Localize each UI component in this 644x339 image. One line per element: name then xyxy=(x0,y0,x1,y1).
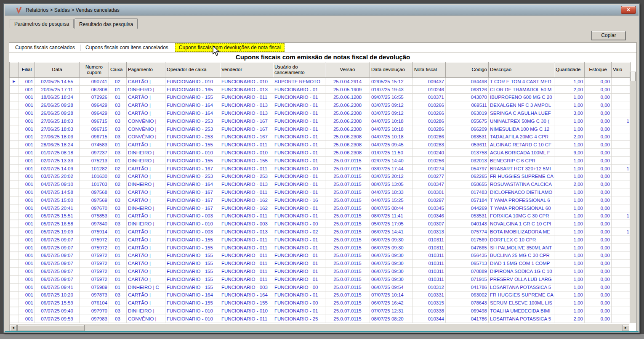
cell-vendedor[interactable]: FUNCIONARIO - 013 xyxy=(220,180,273,188)
cell-numero_cupom[interactable]: 097237 xyxy=(80,149,109,157)
cell-operador[interactable]: FUNCIONARIO - 164 xyxy=(165,109,220,117)
cell-filial[interactable]: 001 xyxy=(19,275,35,283)
cell-usuario_cancelamento[interactable]: FUNCIONARIO - 00 xyxy=(273,220,325,228)
cell-codigo[interactable]: 053531 xyxy=(446,212,489,220)
header-pagamento[interactable]: Pagamento xyxy=(127,62,165,78)
cell-valor[interactable] xyxy=(612,260,631,267)
row-indicator[interactable] xyxy=(10,125,19,133)
cell-operador[interactable]: FUNCIONARIO - 165 xyxy=(165,85,220,93)
cell-descricao[interactable]: T YAMA PROFISSIONAL 60 xyxy=(489,204,554,212)
cell-caixa[interactable]: 03 xyxy=(109,291,127,299)
cell-quantidade[interactable]: 1,00 xyxy=(554,196,585,204)
cell-codigo[interactable]: 047665 xyxy=(446,244,489,252)
cell-descricao[interactable]: CLOR DE TRAMADOL 50 M xyxy=(489,85,554,93)
cell-data[interactable]: 06/07/25 09:07 xyxy=(35,267,80,275)
cell-descricao[interactable]: T YAMA PROFESSIONAL 6 xyxy=(489,196,554,204)
cell-numero_cupom[interactable]: 067808 xyxy=(80,85,109,93)
cell-versao[interactable]: 25.0.05.1909 xyxy=(325,85,370,93)
cell-estoque[interactable]: 0,00 xyxy=(585,125,612,133)
cell-pagamento[interactable]: DINHEIRO | xyxy=(127,204,165,212)
copiar-button[interactable]: Copiar xyxy=(591,31,626,40)
cell-caixa[interactable]: 03 xyxy=(109,307,127,315)
cell-vendedor[interactable]: FUNCIONARIO - 164 xyxy=(220,291,273,299)
cell-data[interactable]: 03/07/25 20:02 xyxy=(35,172,80,180)
cell-data[interactable]: 06/07/25 15:59 xyxy=(35,299,80,307)
cell-data[interactable]: 06/07/25 09:41 xyxy=(35,283,80,291)
row-indicator[interactable] xyxy=(10,117,19,125)
cell-valor[interactable]: 1 xyxy=(612,212,631,220)
cell-codigo[interactable]: 017483 xyxy=(446,188,489,196)
cell-usuario_cancelamento[interactable]: FUNCIONARIO - 01 xyxy=(273,141,325,149)
cell-pagamento[interactable]: CARTÃO | xyxy=(127,109,165,117)
cell-descricao[interactable]: BOTA IMOBILIZADORA ME xyxy=(489,228,554,236)
cell-estoque[interactable]: 0,00 xyxy=(585,299,612,307)
cell-data_devolucao[interactable]: 04/07/25 10:18 xyxy=(370,133,413,141)
cell-nota_fiscal[interactable]: 010311 xyxy=(413,275,446,283)
cell-valor[interactable] xyxy=(612,244,631,252)
cell-nota_fiscal[interactable]: 010311 xyxy=(413,244,446,252)
cell-estoque[interactable]: 0,00 xyxy=(585,180,612,188)
row-indicator[interactable] xyxy=(10,133,19,141)
cell-data_devolucao[interactable]: 07/07/25 10:14 xyxy=(370,291,413,299)
subtab-devolucoes-nota-fiscal[interactable]: Cupons fiscais com devoluções de nota fi… xyxy=(175,43,285,52)
cell-operador[interactable]: FUNCIONARIO - 167 xyxy=(165,196,220,204)
cell-versao[interactable]: 25.0.07.0115 xyxy=(325,275,370,283)
row-indicator[interactable] xyxy=(10,141,19,149)
cell-usuario_cancelamento[interactable]: FUNCIONARIO - 01 xyxy=(273,252,325,260)
cell-vendedor[interactable]: FUNCIONARIO - 011 xyxy=(220,141,273,149)
cell-operador[interactable]: FUNCIONARIO - 167 xyxy=(165,164,220,172)
cell-numero_cupom[interactable]: 096429 xyxy=(80,101,109,109)
cell-pagamento[interactable]: DINHEIRO | xyxy=(127,307,165,315)
cell-valor[interactable] xyxy=(612,188,631,196)
cell-quantidade[interactable]: 1,00 xyxy=(554,156,585,164)
cell-filial[interactable]: 001 xyxy=(19,307,35,315)
cell-filial[interactable]: 001 xyxy=(19,283,35,291)
cell-pagamento[interactable]: CARTÃO | xyxy=(127,291,165,299)
table-row[interactable]: 00107/07/25 09:5909798303CONVÊNIO |FUNCI… xyxy=(10,315,631,323)
cell-caixa[interactable]: 01 xyxy=(109,244,127,252)
cell-vendedor[interactable]: FUNCIONARIO - 011 xyxy=(220,315,273,323)
cell-numero_cupom[interactable]: 097983 xyxy=(80,315,109,323)
cell-valor[interactable] xyxy=(612,85,631,93)
cell-nota_fiscal[interactable]: 010286 xyxy=(413,125,446,133)
cell-caixa[interactable]: 01 xyxy=(109,212,127,220)
cell-estoque[interactable]: 0,00 xyxy=(585,283,612,291)
cell-descricao[interactable]: IBUPROFENO 600 MG C 20 xyxy=(489,93,554,101)
cell-valor[interactable] xyxy=(612,283,631,291)
cell-data_devolucao[interactable]: 02/07/25 14:40 xyxy=(370,156,413,164)
cell-quantidade[interactable]: 3,00 xyxy=(554,109,585,117)
cell-data_devolucao[interactable]: 08/07/25 08:44 xyxy=(370,204,413,212)
cell-valor[interactable] xyxy=(612,149,631,157)
cell-estoque[interactable]: 0,00 xyxy=(585,78,612,86)
cell-valor[interactable] xyxy=(612,93,631,101)
cell-caixa[interactable]: 01 xyxy=(109,93,127,101)
header-filial[interactable]: Filial xyxy=(19,62,35,78)
cell-valor[interactable] xyxy=(612,125,631,133)
cell-caixa[interactable]: 03 xyxy=(109,188,127,196)
cell-data_devolucao[interactable]: 04/07/25 10:18 xyxy=(370,117,413,125)
cell-filial[interactable]: 001 xyxy=(19,212,35,220)
row-indicator[interactable] xyxy=(10,228,19,236)
tab-parametros[interactable]: Parâmetros de pesquisa xyxy=(10,19,74,28)
cell-estoque[interactable]: 0,00 xyxy=(585,291,612,299)
row-indicator[interactable] xyxy=(10,315,19,323)
cell-numero_cupom[interactable]: 097873 xyxy=(80,291,109,299)
cell-data[interactable]: 04/07/25 20:41 xyxy=(35,204,80,212)
cell-data_devolucao[interactable]: 06/07/25 09:30 xyxy=(370,260,413,267)
table-row[interactable]: 00106/07/25 09:0707597201CARTÃO |FUNCION… xyxy=(10,275,631,283)
cell-usuario_cancelamento[interactable]: FUNCIONARIO - 00 xyxy=(273,299,325,307)
cell-numero_cupom[interactable]: 097569 xyxy=(80,196,109,204)
cell-descricao[interactable]: NOVALGINA 1 GR C 10 CPI xyxy=(489,220,554,228)
cell-versao[interactable]: 25.0.06.2308 xyxy=(325,117,370,125)
cell-caixa[interactable]: 03 xyxy=(109,204,127,212)
cell-descricao[interactable]: ALGINAC RETARD C 10 CF xyxy=(489,141,554,149)
cell-filial[interactable]: 001 xyxy=(19,244,35,252)
table-row[interactable]: 00127/06/25 18:0309671503CONVÊNIO |FUNCI… xyxy=(10,117,631,125)
cell-versao[interactable]: 25.0.07.0115 xyxy=(325,236,370,244)
cell-operador[interactable]: FUNCIONARIO - 253 xyxy=(165,125,220,133)
cell-usuario_cancelamento[interactable]: FUNCIONARIO - 01 xyxy=(273,307,325,315)
cell-pagamento[interactable]: CARTÃO | xyxy=(127,188,165,196)
cell-vendedor[interactable]: FUNCIONARIO - 011 xyxy=(220,212,273,220)
table-row[interactable]: 00105/07/25 19:0907591401CARTÃO |FUNCION… xyxy=(10,228,631,236)
header-data[interactable]: Data xyxy=(35,62,80,78)
